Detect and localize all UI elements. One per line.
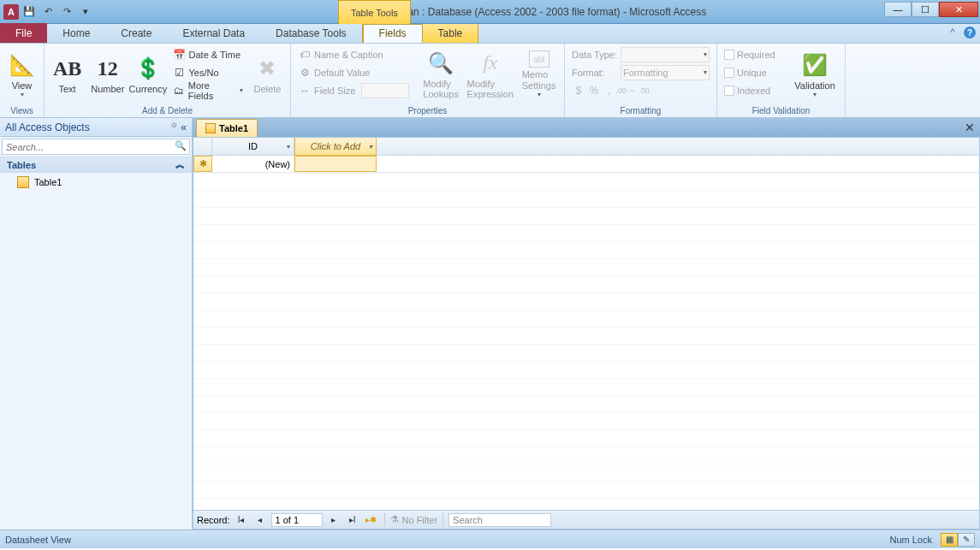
validation-icon: ✅: [801, 51, 829, 79]
number-icon: 12: [94, 55, 122, 82]
table-icon: [17, 176, 29, 188]
tab-create[interactable]: Create: [105, 24, 167, 43]
datasheet: ID▾ Click to Add▾ ✱ (New) Record: I◂ ◂ 1…: [193, 137, 980, 529]
tag-icon: 🏷: [298, 48, 312, 62]
lookups-icon: 🔍: [427, 50, 454, 77]
app-icon[interactable]: A: [3, 4, 19, 20]
group-label-validation: Field Validation: [721, 105, 841, 117]
prev-record-button[interactable]: ◂: [252, 513, 268, 527]
tab-table[interactable]: Table: [423, 24, 478, 43]
column-header-id[interactable]: ID▾: [212, 138, 294, 155]
validation-button[interactable]: ✅ Validation▾: [789, 45, 840, 102]
name-caption-button: 🏷Name & Caption: [294, 45, 417, 63]
record-position[interactable]: 1 of 1: [271, 513, 323, 527]
quick-access-toolbar: A 💾 ↶ ↷ ▾: [0, 3, 94, 21]
text-icon: AB: [54, 55, 81, 82]
content-area: All Access Objects ⊙« 🔍 Tables︽ Table1 T…: [0, 118, 980, 529]
nav-pane-header[interactable]: All Access Objects ⊙«: [0, 118, 192, 137]
text-field-button[interactable]: AB Text: [48, 45, 86, 102]
doc-close-button[interactable]: ✕: [965, 121, 975, 134]
nav-item-table1[interactable]: Table1: [0, 173, 192, 192]
column-headers: ID▾ Click to Add▾: [193, 138, 979, 156]
maximize-button[interactable]: ☐: [912, 2, 939, 17]
minimize-button[interactable]: —: [884, 2, 912, 17]
chevron-down-icon[interactable]: ▾: [287, 143, 290, 151]
last-record-button[interactable]: ▸I: [345, 513, 360, 527]
currency-format-icon: $: [572, 84, 585, 98]
status-bar: Datasheet View Num Lock ▦ ✎: [0, 529, 980, 548]
tab-external-data[interactable]: External Data: [167, 24, 260, 43]
group-label-properties: Properties: [294, 105, 561, 117]
record-navigator: Record: I◂ ◂ 1 of 1 ▸ ▸I ▸✱ ⚗ No Filter …: [193, 510, 979, 529]
size-icon: ↔: [298, 84, 312, 98]
filter-icon: ⚗: [390, 514, 399, 525]
select-all-cell[interactable]: [193, 138, 212, 155]
close-button[interactable]: ✕: [939, 2, 978, 17]
group-label-formatting: Formatting: [568, 105, 713, 117]
first-record-button[interactable]: I◂: [234, 513, 249, 527]
number-format-buttons: $ % , .00→ ←.00: [568, 81, 713, 99]
nav-filter-icon[interactable]: ⊙: [171, 121, 177, 133]
record-search-input[interactable]: Search: [448, 513, 551, 527]
currency-field-button[interactable]: 💲 Currency: [128, 45, 167, 102]
indexed-checkbox: Indexed: [721, 81, 787, 99]
ribbon-minimize-icon[interactable]: ^: [946, 26, 959, 39]
next-record-button[interactable]: ▸: [326, 513, 342, 527]
no-filter-label: No Filter: [402, 515, 438, 525]
yes-no-button[interactable]: ☑Yes/No: [169, 63, 246, 81]
group-views: 📐 View ▾ Views: [0, 44, 45, 117]
format-row: Format:Formatting▾: [568, 63, 713, 81]
modify-expression-button: fx Modify Expression: [466, 45, 516, 102]
date-time-button[interactable]: 📅Date & Time: [169, 45, 246, 63]
save-icon[interactable]: 💾: [21, 3, 38, 21]
document-tabs: Table1 ✕: [193, 118, 980, 137]
percent-format-icon: %: [587, 84, 601, 98]
empty-grid: [193, 173, 979, 510]
record-label: Record:: [197, 515, 230, 525]
numlock-label: Num Lock: [889, 535, 932, 545]
nav-collapse-icon[interactable]: «: [181, 121, 187, 133]
new-record-row[interactable]: ✱ (New): [193, 156, 979, 173]
datasheet-view-switch[interactable]: ▦: [941, 533, 958, 547]
more-fields-icon: 🗂: [173, 84, 186, 98]
collapse-icon: ︽: [175, 158, 185, 171]
tab-fields[interactable]: Fields: [363, 24, 423, 43]
doc-tab-table1[interactable]: Table1: [196, 119, 258, 137]
status-view-label: Datasheet View: [5, 535, 71, 545]
document-area: Table1 ✕ ID▾ Click to Add▾ ✱ (New) Recor…: [193, 118, 980, 529]
column-header-add[interactable]: Click to Add▾: [294, 137, 377, 156]
window-title: pengajaran : Database (Access 2002 - 200…: [368, 6, 707, 18]
redo-icon[interactable]: ↷: [58, 3, 75, 21]
new-record-button[interactable]: ▸✱: [364, 513, 379, 527]
title-bar: A 💾 ↶ ↷ ▾ Table Tools pengajaran : Datab…: [0, 0, 980, 24]
nav-search-input[interactable]: [2, 139, 190, 155]
currency-icon: 💲: [134, 55, 162, 82]
view-button[interactable]: 📐 View ▾: [3, 45, 40, 102]
delete-icon: ✖: [253, 55, 281, 82]
view-switcher: ▦ ✎: [941, 533, 975, 547]
expression-icon: fx: [477, 50, 504, 77]
group-formatting: Data Type:▾ Format:Formatting▾ $ % , .00…: [565, 44, 717, 117]
more-fields-button[interactable]: 🗂More Fields▾: [169, 81, 246, 99]
chevron-down-icon[interactable]: ▾: [369, 143, 372, 151]
nav-group-tables[interactable]: Tables︽: [0, 157, 192, 173]
modify-lookups-button: 🔍 Modify Lookups: [419, 45, 464, 102]
number-field-button[interactable]: 12 Number: [88, 45, 127, 102]
undo-icon[interactable]: ↶: [39, 3, 56, 21]
file-tab[interactable]: File: [0, 23, 47, 43]
unique-checkbox: Unique: [721, 63, 787, 81]
cell-id-new[interactable]: (New): [212, 156, 294, 172]
search-icon[interactable]: 🔍: [175, 140, 187, 151]
group-label-views: Views: [3, 105, 40, 117]
design-view-switch[interactable]: ✎: [958, 533, 975, 547]
cell-add-new[interactable]: [294, 156, 377, 172]
qat-customize-icon[interactable]: ▾: [77, 3, 94, 21]
increase-decimal-icon: .00→: [618, 84, 632, 98]
tab-database-tools[interactable]: Database Tools: [260, 24, 362, 43]
tab-home[interactable]: Home: [47, 24, 105, 43]
memo-icon: abl: [529, 50, 549, 68]
row-selector[interactable]: ✱: [193, 156, 212, 172]
help-icon[interactable]: ?: [963, 26, 977, 39]
group-properties: 🏷Name & Caption ⚙Default Value ↔Field Si…: [291, 44, 565, 117]
delete-button: ✖ Delete: [248, 45, 287, 102]
